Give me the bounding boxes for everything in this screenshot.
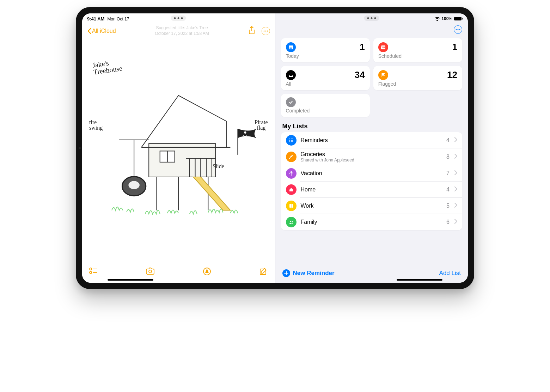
svg-point-50 bbox=[292, 221, 293, 222]
list-name: Work bbox=[301, 203, 442, 209]
back-button[interactable]: All iCloud bbox=[87, 28, 116, 34]
note-metadata: Suggested title: Jake's Tree October 17,… bbox=[155, 25, 209, 36]
wifi-icon bbox=[434, 17, 440, 21]
sketch-tire-label: tire swing bbox=[89, 120, 103, 131]
pencil-tip-icon bbox=[203, 267, 211, 276]
chevron-right-icon bbox=[454, 137, 457, 143]
sketch-slide-label: Slide bbox=[213, 164, 224, 169]
share-icon bbox=[248, 26, 255, 35]
chevron-right-icon bbox=[454, 203, 457, 209]
svg-point-45 bbox=[289, 141, 290, 142]
note-drawing-canvas[interactable]: Jake's Treehouse tire swing Pirate flag … bbox=[82, 38, 275, 264]
chevron-right-icon bbox=[454, 154, 457, 160]
battery-icon bbox=[454, 17, 463, 21]
list-row[interactable]: Family 6 bbox=[281, 214, 463, 230]
ipad-screen: 9:41 AM Mon Oct 17 All iCloud Suggested … bbox=[82, 13, 468, 283]
palm-icon bbox=[286, 168, 297, 179]
svg-point-17 bbox=[128, 181, 140, 189]
smart-scheduled[interactable]: 1 Scheduled bbox=[373, 38, 462, 62]
camera-button[interactable] bbox=[146, 267, 155, 277]
svg-point-1 bbox=[265, 30, 266, 31]
list-icon bbox=[286, 135, 297, 146]
svg-point-43 bbox=[289, 140, 290, 141]
my-lists-header: My Lists bbox=[275, 120, 468, 132]
battery-percent: 100% bbox=[441, 16, 452, 21]
smart-completed[interactable]: Completed bbox=[281, 94, 370, 117]
back-label: All iCloud bbox=[92, 28, 116, 34]
smart-flagged[interactable]: 12 Flagged bbox=[373, 66, 462, 90]
list-count: 7 bbox=[446, 170, 450, 177]
svg-point-30 bbox=[456, 29, 457, 30]
sketch-flag-label: Pirate flag bbox=[255, 120, 268, 131]
smart-lists-grid: 17 1 Today 1 Scheduled bbox=[275, 35, 468, 120]
svg-point-19 bbox=[244, 131, 246, 134]
svg-point-41 bbox=[289, 139, 290, 139]
multitasking-dots-icon[interactable] bbox=[364, 16, 379, 21]
checkmark-icon bbox=[286, 97, 296, 107]
camera-icon bbox=[146, 267, 155, 275]
list-count: 6 bbox=[446, 219, 450, 225]
list-count: 8 bbox=[446, 154, 450, 160]
multitasking-dots-icon[interactable] bbox=[171, 16, 186, 21]
checklist-button[interactable] bbox=[89, 267, 98, 277]
svg-rect-28 bbox=[454, 17, 462, 20]
lists-container: Reminders 4 Groceries Shared with John A… bbox=[281, 132, 463, 230]
svg-point-25 bbox=[149, 270, 152, 273]
list-row[interactable]: Work 5 bbox=[281, 198, 463, 214]
list-name: Groceries bbox=[301, 151, 442, 158]
chevron-right-icon bbox=[454, 219, 457, 225]
home-icon bbox=[286, 184, 297, 195]
status-date: Mon Oct 17 bbox=[107, 17, 129, 22]
share-button[interactable] bbox=[248, 26, 255, 36]
list-name: Vacation bbox=[301, 170, 442, 177]
svg-point-49 bbox=[290, 221, 291, 222]
compose-button[interactable] bbox=[259, 267, 268, 277]
new-reminder-button[interactable]: New Reminder bbox=[282, 269, 335, 277]
more-button[interactable] bbox=[262, 27, 270, 35]
carrot-icon bbox=[286, 152, 297, 162]
reminders-more-button[interactable] bbox=[454, 25, 462, 34]
chevron-left-icon bbox=[87, 28, 91, 34]
notes-app-pane: 9:41 AM Mon Oct 17 All iCloud Suggested … bbox=[82, 13, 275, 283]
svg-text:17: 17 bbox=[289, 47, 292, 49]
list-row[interactable]: Vacation 7 bbox=[281, 165, 463, 182]
home-indicator-left[interactable] bbox=[108, 279, 153, 281]
chevron-right-icon bbox=[454, 170, 457, 177]
reminders-app-pane: 100% 17 bbox=[275, 13, 468, 283]
calendar-today-icon: 17 bbox=[286, 42, 296, 52]
svg-rect-29 bbox=[462, 18, 463, 20]
svg-point-22 bbox=[90, 271, 92, 274]
list-count: 4 bbox=[446, 186, 450, 193]
chevron-right-icon bbox=[454, 186, 457, 193]
list-count: 4 bbox=[446, 137, 450, 143]
plus-circle-icon bbox=[282, 269, 290, 277]
list-row[interactable]: Groceries Shared with John Appleseed 8 bbox=[281, 148, 463, 165]
people-icon bbox=[286, 217, 297, 227]
checklist-icon bbox=[89, 267, 98, 274]
svg-point-31 bbox=[458, 29, 459, 30]
ipad-device-frame: 9:41 AM Mon Oct 17 All iCloud Suggested … bbox=[76, 7, 474, 289]
tray-icon bbox=[286, 70, 296, 80]
list-name: Home bbox=[301, 186, 442, 193]
svg-point-32 bbox=[459, 29, 460, 30]
markup-button[interactable] bbox=[203, 267, 211, 277]
smart-today[interactable]: 17 1 Today bbox=[281, 38, 370, 62]
ellipsis-icon bbox=[263, 30, 268, 32]
svg-point-0 bbox=[263, 30, 264, 31]
calendar-icon bbox=[378, 42, 388, 52]
ellipsis-icon bbox=[456, 29, 460, 30]
add-list-button[interactable]: Add List bbox=[439, 270, 461, 277]
book-icon bbox=[286, 201, 297, 211]
smart-all[interactable]: 34 All bbox=[281, 66, 370, 90]
list-row[interactable]: Reminders 4 bbox=[281, 132, 463, 148]
list-name: Reminders bbox=[301, 137, 442, 143]
status-time: 9:41 AM bbox=[87, 16, 104, 22]
svg-point-20 bbox=[90, 268, 92, 270]
svg-point-2 bbox=[267, 30, 268, 31]
list-name: Family bbox=[301, 219, 442, 225]
flag-icon bbox=[378, 70, 388, 80]
list-row[interactable]: Home 4 bbox=[281, 182, 463, 198]
list-count: 5 bbox=[446, 203, 450, 209]
list-subtitle: Shared with John Appleseed bbox=[301, 158, 442, 163]
home-indicator-right[interactable] bbox=[397, 279, 442, 281]
